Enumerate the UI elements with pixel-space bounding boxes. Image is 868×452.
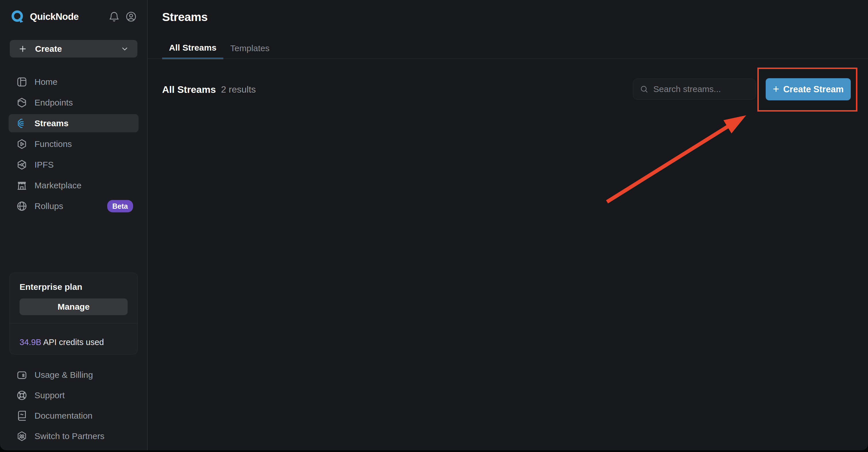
sidebar-item-label: Home bbox=[34, 77, 58, 87]
sidebar-item-streams[interactable]: Streams bbox=[9, 114, 138, 132]
ipfs-icon bbox=[16, 159, 28, 171]
sidebar-item-label: Support bbox=[34, 390, 65, 400]
create-stream-button[interactable]: + Create Stream bbox=[766, 78, 851, 100]
sidebar-item-functions[interactable]: Functions bbox=[9, 135, 138, 153]
bell-icon bbox=[108, 11, 120, 22]
search-input[interactable] bbox=[653, 84, 764, 94]
quicknode-q-icon bbox=[10, 9, 25, 24]
plus-icon: + bbox=[773, 83, 779, 94]
quicknode-app: QuickNode bbox=[0, 0, 868, 450]
functions-icon bbox=[16, 138, 28, 150]
annotation-arrow bbox=[589, 109, 767, 213]
search-box bbox=[633, 79, 756, 100]
sidebar-item-label: Usage & Billing bbox=[34, 370, 93, 380]
streams-icon bbox=[16, 118, 28, 129]
create-button-label: Create bbox=[35, 44, 62, 54]
tab-bar: All Streams Templates bbox=[162, 37, 277, 59]
partners-icon bbox=[16, 430, 28, 442]
marketplace-icon bbox=[16, 180, 28, 191]
sidebar-item-label: IPFS bbox=[34, 160, 54, 170]
create-button[interactable]: Create bbox=[10, 40, 137, 58]
lifebuoy-icon bbox=[16, 390, 28, 401]
sidebar: QuickNode bbox=[0, 0, 148, 450]
page-title: Streams bbox=[162, 10, 208, 24]
search-icon bbox=[640, 85, 649, 94]
sidebar-item-switch-to-partners[interactable]: Switch to Partners bbox=[9, 427, 138, 445]
sidebar-footer-nav: Usage & Billing Support bbox=[9, 366, 138, 447]
main-content: Streams All Streams Templates All Stream… bbox=[148, 0, 868, 450]
home-icon bbox=[16, 76, 28, 88]
api-credits: 34.9B API credits used bbox=[20, 337, 104, 347]
plus-icon bbox=[18, 44, 28, 54]
sidebar-item-home[interactable]: Home bbox=[9, 73, 138, 91]
quicknode-logo[interactable]: QuickNode bbox=[10, 9, 79, 24]
sidebar-item-usage-billing[interactable]: Usage & Billing bbox=[9, 366, 138, 384]
sidebar-item-label: Documentation bbox=[34, 411, 93, 421]
create-stream-label: Create Stream bbox=[783, 84, 843, 95]
top-icons bbox=[108, 11, 137, 23]
sidebar-nav: Home Endpoints bbox=[9, 73, 138, 218]
sidebar-item-rollups[interactable]: Rollups Beta bbox=[9, 197, 138, 215]
tab-templates[interactable]: Templates bbox=[223, 37, 277, 59]
sidebar-item-label: Switch to Partners bbox=[34, 431, 104, 441]
sidebar-item-documentation[interactable]: Documentation bbox=[9, 406, 138, 425]
sidebar-header: QuickNode bbox=[0, 0, 147, 33]
brand-name: QuickNode bbox=[30, 11, 79, 22]
user-avatar-icon bbox=[125, 11, 137, 23]
sidebar-item-label: Endpoints bbox=[34, 98, 73, 108]
account-button[interactable] bbox=[125, 11, 137, 23]
sidebar-item-label: Rollups bbox=[34, 201, 63, 211]
rollups-icon bbox=[16, 201, 28, 212]
sidebar-item-label: Marketplace bbox=[34, 181, 81, 190]
chevron-down-icon bbox=[120, 44, 129, 54]
beta-badge: Beta bbox=[107, 200, 133, 212]
plan-name: Enterprise plan bbox=[20, 282, 82, 292]
api-credits-value: 34.9B bbox=[20, 337, 41, 347]
results-heading: All Streams 2 results bbox=[162, 78, 256, 101]
sidebar-item-ipfs[interactable]: IPFS bbox=[9, 156, 138, 174]
results-count: 2 results bbox=[221, 84, 256, 95]
results-heading-title: All Streams bbox=[162, 84, 216, 95]
sidebar-item-marketplace[interactable]: Marketplace bbox=[9, 176, 138, 194]
sidebar-item-label: Functions bbox=[34, 139, 72, 149]
wallet-icon bbox=[16, 369, 28, 381]
endpoints-icon bbox=[16, 97, 28, 109]
tab-bar-divider bbox=[148, 58, 868, 59]
sidebar-item-endpoints[interactable]: Endpoints bbox=[9, 93, 138, 112]
plan-card-divider bbox=[10, 323, 137, 324]
plan-card: Enterprise plan Manage 34.9B API credits… bbox=[9, 273, 138, 355]
api-credits-label: API credits used bbox=[41, 337, 104, 347]
notifications-button[interactable] bbox=[108, 11, 120, 22]
book-icon bbox=[16, 410, 28, 422]
sidebar-item-support[interactable]: Support bbox=[9, 386, 138, 404]
sidebar-item-label: Streams bbox=[34, 118, 68, 128]
tab-all-streams[interactable]: All Streams bbox=[162, 37, 223, 59]
manage-plan-button[interactable]: Manage bbox=[20, 298, 128, 315]
